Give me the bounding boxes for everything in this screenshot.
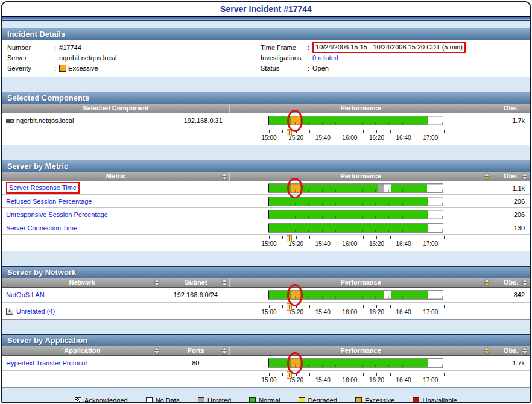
col-header-performance[interactable]: Performance — [229, 278, 492, 287]
sort-icon[interactable] — [154, 279, 159, 286]
col-header-performance[interactable]: Performance — [229, 346, 492, 355]
axis-tick — [376, 373, 377, 376]
axis-tick — [444, 130, 445, 133]
netqos-lan-link[interactable]: NetQoS LAN — [6, 291, 45, 298]
col-header-obs[interactable]: Obs. — [492, 172, 530, 181]
col-header-application[interactable]: Application — [2, 346, 162, 355]
col-header-label: Obs. — [504, 279, 518, 286]
segment-nodata — [428, 210, 443, 218]
detail-colon: : — [54, 54, 56, 62]
server-response-time-link[interactable]: Server Response Time — [9, 184, 77, 191]
nqorbit-netqos-local-text: nqorbit.netqos.local — [16, 117, 74, 124]
col-header-selected-component: Selected Component — [2, 104, 229, 113]
axis-tick — [417, 130, 417, 133]
cell-nqorbit-netqos-local: nqorbit.netqos.local — [2, 113, 177, 128]
col-header-label: Subnet — [185, 279, 207, 286]
segment-normal — [300, 117, 428, 125]
axis-tick — [404, 236, 404, 239]
legend-swatch-acknowledged — [75, 397, 81, 403]
sort-icon[interactable] — [484, 173, 489, 180]
performance-cell — [229, 356, 492, 370]
obs-value: 1.7k — [492, 117, 530, 124]
axis-tick — [309, 130, 310, 133]
axis-label: 16:40 — [393, 134, 414, 141]
col-header-subnet[interactable]: Subnet — [162, 278, 229, 287]
performance-bar — [268, 197, 443, 206]
col-header-label: Metric — [106, 172, 125, 180]
sort-down-arrow — [222, 177, 227, 180]
col-header-obs[interactable]: Obs. — [492, 278, 530, 287]
sort-icon[interactable] — [222, 347, 227, 354]
legend-item-no-data: No Data — [146, 397, 180, 403]
sort-icon[interactable] — [522, 347, 527, 354]
sort-up-arrow — [154, 347, 159, 350]
performance-cell — [229, 221, 492, 234]
table-row: Server Response Time1.1k — [2, 181, 530, 195]
legend-item-unavailable: Unavailable — [413, 397, 457, 403]
sort-down-arrow — [222, 283, 227, 286]
sort-icon[interactable] — [522, 279, 527, 286]
detail-label: Server — [7, 54, 54, 62]
axis-tick — [282, 305, 283, 308]
detail-value-investigations[interactable]: 0 related — [312, 54, 338, 62]
axis-tick — [404, 373, 404, 376]
axis-tick — [390, 373, 391, 376]
detail-colon: : — [308, 44, 309, 51]
sort-down-arrow — [154, 283, 159, 286]
incident-time-marker — [287, 303, 292, 311]
axis-tick — [404, 130, 404, 133]
table-row: Server Connection Time130 — [2, 221, 530, 235]
cell-refused-session-percentage: Refused Session Percentage — [2, 195, 229, 207]
sort-icon[interactable] — [222, 279, 227, 286]
annotation-box: 10/24/2006 15:15 - 10/24/2006 15:20 CDT … — [312, 42, 466, 53]
section-selected-components: Selected ComponentsSelected ComponentPer… — [2, 92, 530, 145]
col-header-performance[interactable]: Performance — [229, 172, 492, 181]
incident-details-header: Incident Details — [2, 28, 530, 40]
sort-down-arrow — [484, 351, 489, 354]
time-axis-row: 15:0015:2015:4016:0016:2016:4017:00 — [2, 128, 530, 145]
legend-label: Unrated — [207, 397, 231, 403]
axis-label: 16:40 — [393, 377, 414, 383]
server-connection-time-link[interactable]: Server Connection Time — [6, 224, 77, 232]
hypertext-transfer-protocol-link[interactable]: Hypertext Transfer Protocol — [6, 359, 87, 367]
performance-bar — [268, 223, 443, 232]
incident-time-marker — [287, 129, 292, 136]
unrelated-4-link[interactable]: Unrelated (4) — [16, 308, 55, 315]
obs-value: 1.1k — [492, 185, 530, 192]
col-header-metric[interactable]: Metric — [2, 172, 229, 181]
detail-colon: : — [308, 54, 309, 62]
sort-up-arrow — [222, 173, 227, 176]
sort-icon[interactable] — [484, 347, 489, 354]
sort-down-arrow — [522, 177, 527, 180]
axis-tick — [323, 236, 323, 239]
expand-icon[interactable]: + — [6, 308, 13, 315]
axis-label: 15:00 — [259, 241, 279, 247]
col-header-network[interactable]: Network — [2, 278, 162, 287]
legend-label: Excessive — [365, 397, 395, 403]
detail-value-server: nqorbit.netqos.local — [59, 54, 116, 62]
axis-tick — [309, 305, 310, 308]
sort-icon[interactable] — [154, 347, 159, 354]
server-by-metric-header: Server by Metric — [2, 160, 530, 172]
server-icon — [6, 119, 14, 123]
col-header-label: Selected Component — [83, 104, 148, 112]
sort-up-arrow — [484, 279, 489, 282]
detail-colon: : — [308, 65, 309, 72]
col-header-obs[interactable]: Obs. — [492, 346, 530, 355]
col-header-ports[interactable]: Ports — [162, 346, 229, 355]
axis-tick — [269, 305, 270, 308]
page-title: Server Incident #17744 — [2, 2, 530, 16]
sort-icon[interactable] — [522, 173, 527, 180]
col-header-label: Performance — [341, 347, 381, 354]
sort-icon[interactable] — [484, 279, 489, 286]
detail-row-severity: Severity:Excessive — [2, 63, 256, 73]
axis-label: 15:00 — [259, 134, 279, 141]
refused-session-percentage-link[interactable]: Refused Session Percentage — [6, 198, 92, 205]
axis-label: 15:00 — [259, 309, 279, 315]
segment-nodata — [428, 117, 443, 125]
unresponsive-session-percentage-link[interactable]: Unresponsive Session Percentage — [6, 211, 108, 218]
detail-label: Number — [7, 44, 54, 51]
axis-tick — [350, 373, 350, 376]
sort-icon[interactable] — [222, 173, 227, 180]
axis-label: 15:00 — [259, 377, 279, 383]
